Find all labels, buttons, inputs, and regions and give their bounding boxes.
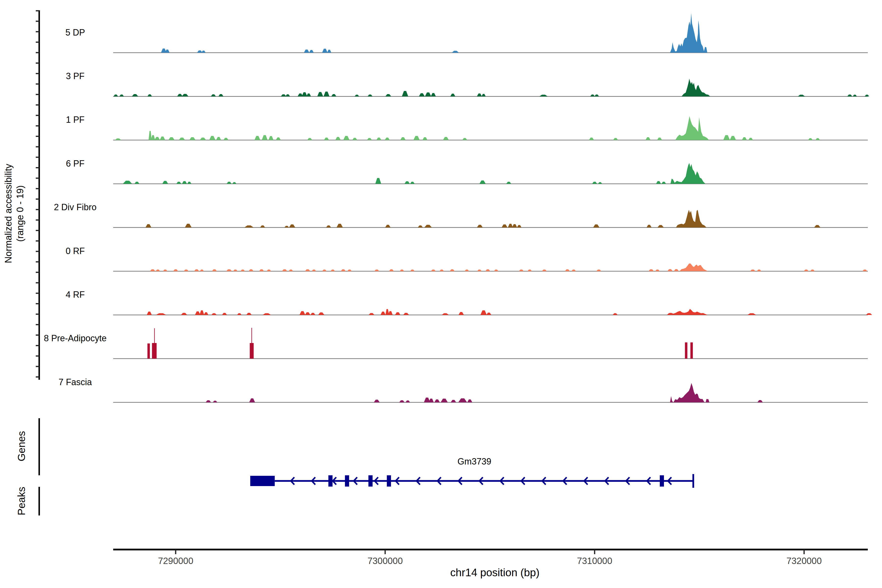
track-label: 3 PF bbox=[66, 71, 84, 81]
gene-utr-box bbox=[250, 476, 274, 486]
x-axis-tick-label: 7320000 bbox=[786, 556, 822, 566]
x-axis-tick-label: 7300000 bbox=[368, 556, 403, 566]
gene-exon-tick bbox=[369, 475, 373, 487]
gene-exon-tick bbox=[660, 475, 664, 487]
track-label: 4 RF bbox=[66, 290, 85, 300]
track-label: 7 Fascia bbox=[58, 377, 92, 387]
track-label: 0 RF bbox=[66, 246, 85, 256]
track-label: 1 PF bbox=[66, 115, 84, 125]
peaks-panel-label: Peaks bbox=[16, 464, 27, 538]
coverage-plot-svg: 5 DP3 PF1 PF6 PF2 Div Fibro0 RF4 RF8 Pre… bbox=[0, 0, 882, 588]
track-label: 8 Pre-Adipocyte bbox=[44, 333, 106, 343]
x-axis-title: chr14 position (bp) bbox=[412, 567, 578, 579]
track-signal-bar bbox=[685, 342, 687, 358]
y-axis-label-line2: (range 0 - 19) bbox=[15, 185, 25, 242]
y-axis-label: Normalized accessibility (range 0 - 19) bbox=[3, 135, 26, 292]
track-label: 6 PF bbox=[66, 159, 84, 168]
genome-coverage-figure: 5 DP3 PF1 PF6 PF2 Div Fibro0 RF4 RF8 Pre… bbox=[0, 0, 882, 588]
gene-exon-tick bbox=[345, 475, 349, 487]
gene-exon-tick bbox=[387, 475, 391, 487]
track-label: 5 DP bbox=[65, 27, 85, 38]
plot-background bbox=[0, 0, 882, 588]
gene-name-label: Gm3739 bbox=[458, 456, 491, 466]
x-axis-tick-label: 7290000 bbox=[158, 556, 193, 566]
x-axis-tick-label: 7310000 bbox=[577, 556, 612, 566]
track-signal-bar bbox=[690, 342, 693, 358]
gene-end-bar bbox=[692, 474, 694, 488]
track-label: 2 Div Fibro bbox=[54, 202, 96, 212]
track-signal-bar bbox=[147, 344, 150, 358]
y-axis-label-line1: Normalized accessibility bbox=[3, 164, 14, 263]
